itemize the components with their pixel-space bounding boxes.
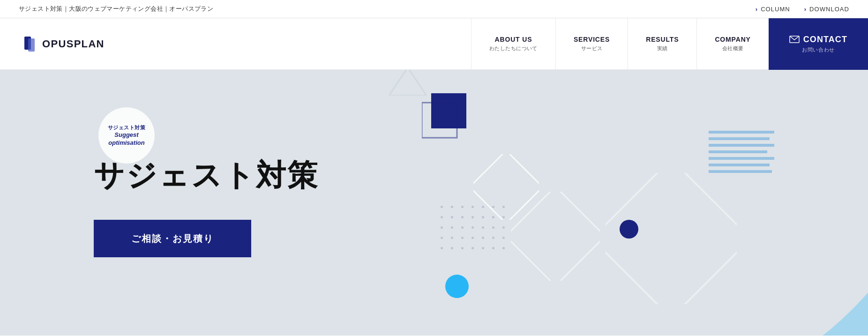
hero-section: サジェスト対策 Suggest optimisation サジェスト対策 ご相談…	[0, 70, 868, 336]
badge-en1: Suggest	[114, 131, 138, 139]
deco-circle-light	[445, 275, 469, 298]
top-bar-links: › COLUMN › DOWNLOAD	[756, 6, 849, 13]
header: OPUSPLAN ABOUT US わたしたちについて SERVICES サービ…	[0, 18, 868, 70]
chevron-icon-2: ›	[804, 6, 807, 13]
contact-inner: CONTACT お問い合わせ	[789, 35, 847, 53]
deco-wave	[681, 148, 868, 336]
nav-results[interactable]: RESULTS 実績	[628, 18, 696, 70]
nav-contact[interactable]: CONTACT お問い合わせ	[769, 18, 868, 70]
hero-badge: サジェスト対策 Suggest optimisation	[98, 107, 155, 164]
hero-content: サジェスト対策 Suggest optimisation サジェスト対策 ご相談…	[94, 107, 319, 257]
logo[interactable]: OPUSPLAN	[23, 37, 105, 52]
nav-services[interactable]: SERVICES サービス	[555, 18, 628, 70]
top-bar-title: サジェスト対策｜大阪のウェブマーケティング会社｜オーパスプラン	[19, 5, 213, 13]
hero-title: サジェスト対策	[94, 159, 319, 192]
download-link[interactable]: › DOWNLOAD	[804, 6, 849, 13]
top-bar: サジェスト対策｜大阪のウェブマーケティング会社｜オーパスプラン › COLUMN…	[0, 0, 868, 18]
svg-rect-7	[511, 192, 600, 281]
deco-chevron	[389, 70, 427, 97]
deco-blue-squares	[422, 93, 473, 147]
nav-company[interactable]: COMPANY 会社概要	[696, 18, 768, 70]
svg-rect-6	[473, 154, 539, 220]
deco-dots	[441, 206, 509, 254]
envelope-icon	[789, 36, 800, 43]
deco-diamond-lg	[606, 173, 737, 306]
badge-en2: optimisation	[108, 139, 144, 147]
column-link[interactable]: › COLUMN	[756, 6, 790, 13]
badge-ja: サジェスト対策	[108, 124, 145, 131]
deco-diamond-md	[511, 192, 600, 283]
deco-lines	[709, 131, 774, 173]
svg-marker-3	[389, 70, 427, 96]
deco-circle-dark	[620, 220, 638, 239]
logo-text: OPUSPLAN	[42, 38, 105, 50]
svg-rect-4	[431, 93, 466, 128]
svg-rect-1	[28, 38, 35, 52]
hero-cta-button[interactable]: ご相談・お見積り	[94, 220, 251, 257]
chevron-icon: ›	[756, 6, 758, 13]
logo-icon	[23, 37, 38, 52]
deco-diamond-sm	[473, 154, 539, 222]
svg-rect-8	[606, 173, 737, 304]
svg-rect-5	[422, 103, 457, 138]
nav-about[interactable]: ABOUT US わたしたちについて	[471, 18, 555, 70]
main-nav: ABOUT US わたしたちについて SERVICES サービス RESULTS…	[471, 18, 868, 70]
